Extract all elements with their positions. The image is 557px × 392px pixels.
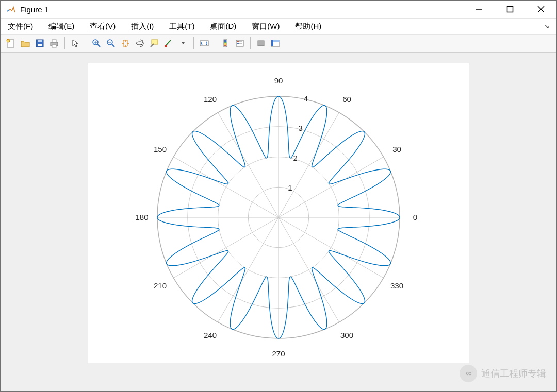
svg-text:180: 180 [135, 213, 148, 221]
svg-text:150: 150 [154, 145, 167, 154]
toolbar [1, 35, 556, 53]
svg-text:120: 120 [204, 95, 217, 104]
menu-desktop[interactable]: 桌面(D) [210, 22, 236, 31]
svg-rect-37 [273, 40, 280, 42]
hide-tools-button[interactable] [254, 36, 268, 50]
new-figure-button[interactable] [4, 36, 18, 50]
pan-button[interactable] [118, 36, 133, 50]
menu-help[interactable]: 帮助(H) [295, 22, 321, 31]
titlebar: Figure 1 [1, 1, 556, 19]
svg-rect-36 [271, 40, 273, 46]
svg-text:30: 30 [392, 145, 401, 154]
svg-rect-10 [52, 40, 56, 42]
figure-canvas-area: 03060901201501802102402703003301234 ∞ 通信… [1, 53, 556, 391]
svg-rect-8 [38, 40, 42, 42]
pointer-button[interactable] [68, 36, 83, 50]
svg-text:270: 270 [272, 349, 285, 356]
svg-rect-34 [258, 41, 264, 46]
menu-file[interactable]: 文件(F) [8, 22, 33, 31]
insert-colorbar-button[interactable] [218, 36, 233, 50]
svg-line-13 [97, 44, 100, 47]
show-tools-button[interactable] [268, 36, 283, 50]
svg-rect-20 [152, 40, 158, 44]
svg-rect-7 [38, 44, 42, 46]
svg-rect-27 [224, 43, 226, 45]
svg-line-17 [112, 44, 114, 47]
toolbar-separator [64, 37, 65, 49]
svg-rect-30 [237, 41, 239, 42]
menu-insert[interactable]: 插入(I) [131, 22, 154, 31]
svg-rect-31 [237, 43, 239, 44]
svg-text:240: 240 [204, 331, 217, 339]
svg-point-5 [7, 39, 10, 42]
toolbar-separator [86, 37, 86, 49]
polar-axes[interactable]: 03060901201501802102402703003301234 [88, 63, 469, 363]
svg-point-19 [136, 42, 143, 45]
menubar: 文件(F) 编辑(E) 查看(V) 插入(I) 工具(T) 桌面(D) 窗口(W… [1, 19, 556, 35]
menu-edit[interactable]: 编辑(E) [48, 22, 74, 31]
menu-window[interactable]: 窗口(W) [252, 22, 280, 31]
wechat-icon: ∞ [460, 365, 477, 382]
window-controls [464, 1, 556, 18]
window-title: Figure 1 [20, 5, 48, 14]
svg-text:4: 4 [304, 94, 308, 103]
rotate-3d-button[interactable] [133, 36, 147, 50]
close-button[interactable] [526, 1, 556, 18]
menu-overflow-icon[interactable]: ↘ [544, 23, 549, 30]
print-button[interactable] [47, 36, 61, 50]
svg-text:1: 1 [288, 183, 292, 192]
open-button[interactable] [18, 36, 32, 50]
toolbar-separator [193, 37, 194, 49]
save-button[interactable] [32, 36, 47, 50]
svg-rect-22 [165, 45, 167, 47]
svg-text:90: 90 [274, 76, 283, 85]
watermark-text: 通信工程师专辑 [481, 367, 546, 380]
insert-legend-button[interactable] [233, 36, 247, 50]
minimize-button[interactable] [464, 1, 495, 18]
brush-button[interactable] [161, 36, 176, 50]
svg-rect-28 [224, 45, 226, 46]
figure-window: Figure 1 文件(F) 编辑(E) 查看(V) 插入(I) 工具(T) 桌… [0, 0, 557, 392]
svg-text:2: 2 [293, 154, 297, 162]
svg-text:210: 210 [154, 281, 167, 290]
link-data-button[interactable] [197, 36, 211, 50]
zoom-in-button[interactable] [89, 36, 104, 50]
svg-rect-11 [52, 45, 56, 47]
matlab-icon [7, 5, 16, 14]
svg-rect-25 [224, 40, 226, 42]
svg-text:3: 3 [299, 124, 303, 132]
svg-text:60: 60 [342, 95, 351, 104]
menu-tools[interactable]: 工具(T) [169, 22, 194, 31]
svg-text:330: 330 [390, 281, 403, 290]
zoom-out-button[interactable] [104, 36, 118, 50]
svg-rect-26 [224, 42, 226, 43]
svg-rect-1 [507, 7, 513, 12]
maximize-button[interactable] [495, 1, 526, 18]
data-cursor-button[interactable] [147, 36, 161, 50]
toolbar-separator [215, 37, 215, 49]
watermark: ∞ 通信工程师专辑 [460, 365, 546, 382]
svg-text:0: 0 [413, 213, 417, 221]
svg-text:300: 300 [340, 331, 353, 339]
menu-view[interactable]: 查看(V) [90, 22, 116, 31]
toolbar-separator [250, 37, 251, 49]
brush-dropdown[interactable] [176, 36, 190, 50]
